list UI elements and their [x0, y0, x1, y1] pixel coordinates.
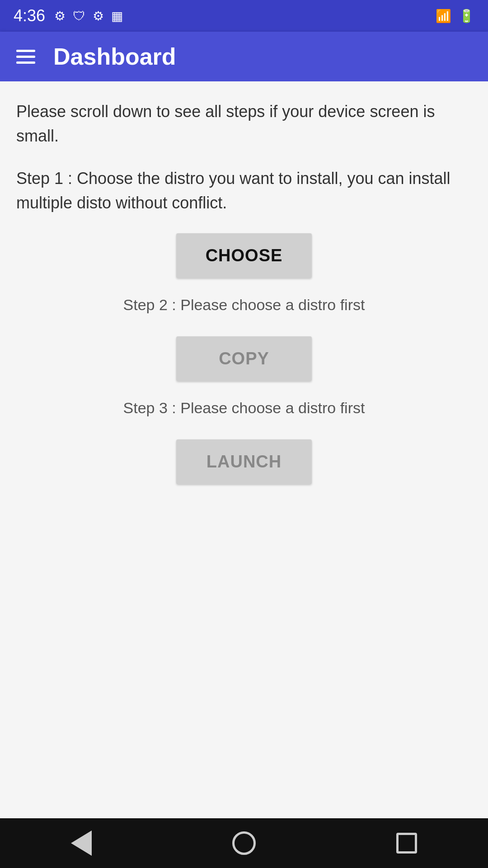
- recents-icon: [396, 833, 417, 854]
- status-time: 4:36: [14, 6, 45, 25]
- bottom-nav: [0, 818, 488, 868]
- step2-label: Step 2 : Please choose a distro first: [16, 296, 472, 314]
- step3-label: Step 3 : Please choose a distro first: [16, 399, 472, 417]
- refresh-icon: ⚙: [93, 9, 104, 24]
- app-title: Dashboard: [53, 43, 176, 70]
- back-button[interactable]: [63, 825, 99, 861]
- back-icon: [71, 830, 92, 856]
- settings-icon: ⚙: [54, 9, 66, 24]
- choose-button[interactable]: CHOOSE: [176, 233, 312, 278]
- copy-button-container: COPY: [16, 336, 472, 381]
- shield-icon: 🛡: [73, 9, 85, 24]
- choose-button-container: CHOOSE: [16, 233, 472, 278]
- app-bar: Dashboard: [0, 32, 488, 81]
- battery-icon: 🔋: [459, 9, 474, 24]
- copy-button[interactable]: COPY: [176, 336, 312, 381]
- hamburger-menu-icon[interactable]: [16, 50, 35, 64]
- sd-card-icon: ▦: [111, 9, 123, 24]
- main-content: Please scroll down to see all steps if y…: [0, 81, 488, 818]
- status-bar-right: 📶 🔋: [436, 9, 474, 24]
- launch-button[interactable]: LAUNCH: [176, 439, 312, 484]
- signal-icon: 📶: [436, 9, 451, 24]
- status-icons: ⚙ 🛡 ⚙ ▦: [54, 9, 123, 24]
- launch-button-container: LAUNCH: [16, 439, 472, 484]
- status-bar-left: 4:36 ⚙ 🛡 ⚙ ▦: [14, 6, 123, 25]
- intro-text: Please scroll down to see all steps if y…: [16, 99, 472, 148]
- recents-button[interactable]: [389, 825, 425, 861]
- step1-text: Step 1 : Choose the distro you want to i…: [16, 166, 472, 215]
- home-button[interactable]: [226, 825, 262, 861]
- status-bar: 4:36 ⚙ 🛡 ⚙ ▦ 📶 🔋: [0, 0, 488, 32]
- home-icon: [232, 831, 256, 855]
